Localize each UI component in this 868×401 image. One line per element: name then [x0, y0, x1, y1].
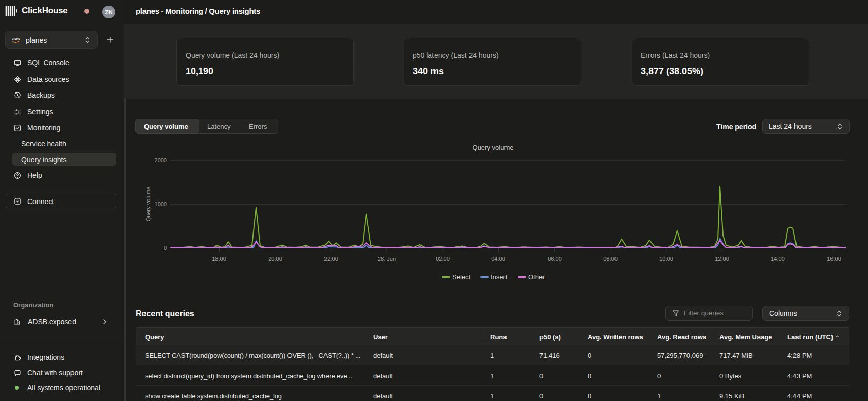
svg-text:aws: aws	[12, 37, 20, 41]
